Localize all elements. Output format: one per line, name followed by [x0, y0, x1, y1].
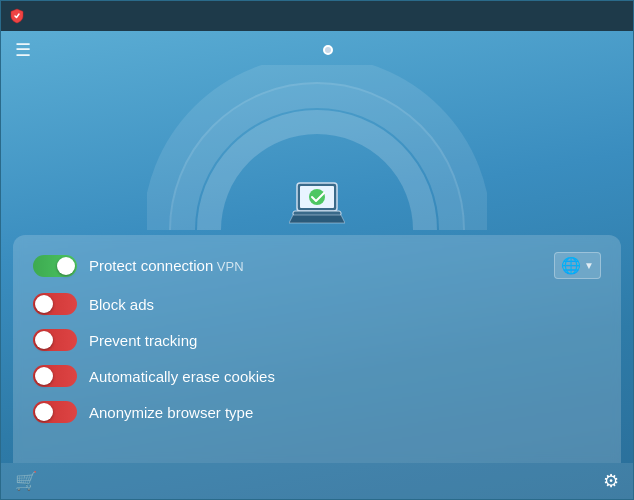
setting-row-blockads: Block ads: [29, 288, 605, 320]
app-window: ☰: [0, 0, 634, 500]
setting-row-cookies: Automatically erase cookies: [29, 360, 605, 392]
toggle-thumb-tracking: [35, 331, 53, 349]
toggle-cookies[interactable]: [33, 365, 77, 387]
menu-button[interactable]: ☰: [15, 39, 31, 61]
setting-label-blockads: Block ads: [89, 296, 601, 313]
globe-icon: 🌐: [561, 256, 581, 275]
setting-row-tracking: Prevent tracking: [29, 324, 605, 356]
laptop-icon: [289, 181, 345, 227]
toggle-browser[interactable]: [33, 401, 77, 423]
title-bar: [1, 1, 633, 31]
setting-label-cookies: Automatically erase cookies: [89, 368, 601, 385]
chevron-icon: ▼: [584, 260, 594, 271]
cart-button[interactable]: 🛒: [15, 470, 37, 492]
app-icon: [9, 8, 25, 24]
toggle-thumb-blockads: [35, 295, 53, 313]
toggle-thumb-cookies: [35, 367, 53, 385]
ip-display: [317, 45, 333, 55]
ip-dot: [323, 45, 333, 55]
window-controls: [563, 7, 625, 25]
setting-label-tracking: Prevent tracking: [89, 332, 601, 349]
toggle-tracking[interactable]: [33, 329, 77, 351]
arc-graphic: [1, 65, 633, 235]
setting-label-protect: Protect connection VPN: [89, 257, 542, 274]
globe-button[interactable]: 🌐▼: [554, 252, 601, 279]
title-bar-left: [9, 8, 31, 24]
main-area: ☰: [1, 31, 633, 499]
close-button[interactable]: [607, 7, 625, 25]
settings-button[interactable]: ⚙: [603, 470, 619, 492]
minimize-button[interactable]: [563, 7, 581, 25]
setting-row-browser: Anonymize browser type: [29, 396, 605, 428]
settings-panel: Protect connection VPN🌐▼Block adsPrevent…: [13, 235, 621, 463]
toggle-blockads[interactable]: [33, 293, 77, 315]
setting-label-browser: Anonymize browser type: [89, 404, 601, 421]
setting-suffix-protect: VPN: [213, 259, 243, 274]
maximize-button[interactable]: [585, 7, 603, 25]
toggle-thumb-browser: [35, 403, 53, 421]
toggle-protect[interactable]: [33, 255, 77, 277]
top-bar: ☰: [1, 31, 633, 61]
setting-row-protect: Protect connection VPN🌐▼: [29, 247, 605, 284]
bottom-bar: 🛒 ⚙: [1, 463, 633, 499]
toggle-thumb-protect: [57, 257, 75, 275]
